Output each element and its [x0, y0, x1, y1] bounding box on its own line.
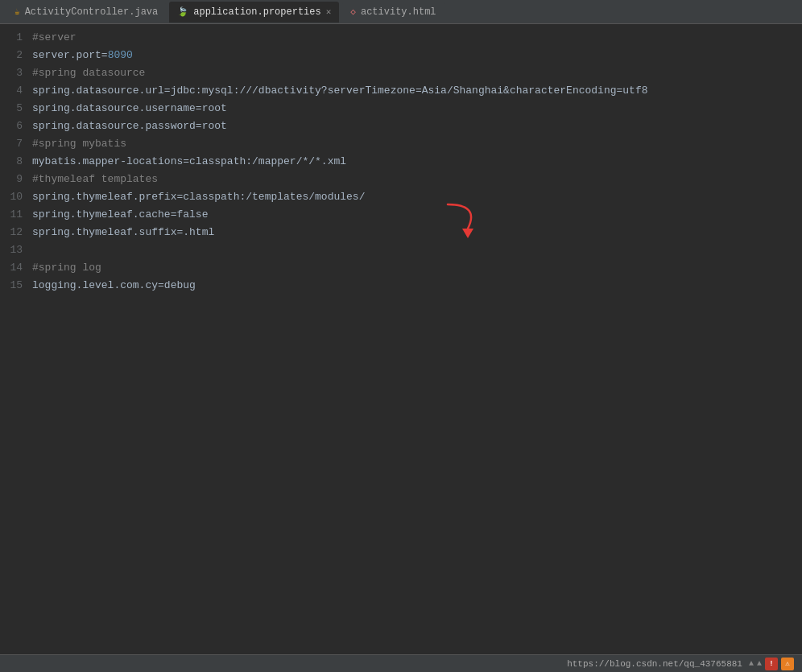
scroll-up-icon[interactable]: ▲	[749, 659, 754, 668]
code-line-2: server.port=8090	[32, 47, 802, 64]
tab-label-application-properties: application.properties	[193, 6, 320, 18]
tab-label-activity-html: activity.html	[361, 6, 436, 18]
code-line-13	[32, 241, 802, 259]
code-line-6: spring.datasource.password=root	[32, 117, 802, 135]
red-status-box: !	[765, 658, 778, 670]
tab-application-properties[interactable]: 🍃 application.properties ✕	[169, 2, 339, 23]
code-line-3: #spring datasource	[32, 64, 802, 82]
code-line-1: #server	[32, 29, 802, 47]
orange-status-box: ⚠	[781, 658, 794, 670]
status-url: https://blog.csdn.net/qq_43765881	[567, 659, 742, 669]
code-line-4: spring.datasource.url=jdbc:mysql:///dbac…	[32, 82, 802, 100]
code-line-8: mybatis.mapper-locations=classpath:/mapp…	[32, 153, 802, 171]
code-line-11: spring.thymeleaf.cache=false	[32, 206, 802, 224]
status-bar: https://blog.csdn.net/qq_43765881 ▲ ▲ ! …	[0, 654, 802, 672]
tab-activity-controller[interactable]: ☕ ActivityController.java	[6, 2, 166, 23]
close-tab-icon[interactable]: ✕	[326, 6, 332, 17]
code-content[interactable]: #server server.port=8090 #spring datasou…	[29, 29, 802, 654]
html-file-icon: ◇	[350, 6, 356, 17]
editor-area: 1 2 3 4 5 6 7 8 9 10 11 12 13 14 15 #ser…	[0, 24, 802, 654]
line-numbers: 1 2 3 4 5 6 7 8 9 10 11 12 13 14 15	[0, 29, 29, 654]
tab-activity-html[interactable]: ◇ activity.html	[342, 2, 444, 23]
java-file-icon: ☕	[14, 6, 20, 17]
title-bar: ☕ ActivityController.java 🍃 application.…	[0, 0, 802, 24]
scroll-up-icon-2[interactable]: ▲	[757, 659, 762, 668]
code-line-10: spring.thymeleaf.prefix=classpath:/templ…	[32, 188, 802, 206]
code-line-5: spring.datasource.username=root	[32, 100, 802, 117]
tab-label-activity-controller: ActivityController.java	[25, 6, 159, 18]
code-line-12: spring.thymeleaf.suffix=.html	[32, 224, 802, 241]
status-icons: ▲ ▲ ! ⚠	[749, 658, 794, 670]
code-line-7: #spring mybatis	[32, 135, 802, 153]
code-line-9: #thymeleaf templates	[32, 171, 802, 188]
code-line-15: logging.level.com.cy=debug	[32, 277, 802, 295]
props-file-icon: 🍃	[177, 6, 188, 17]
code-line-14: #spring log	[32, 259, 802, 277]
